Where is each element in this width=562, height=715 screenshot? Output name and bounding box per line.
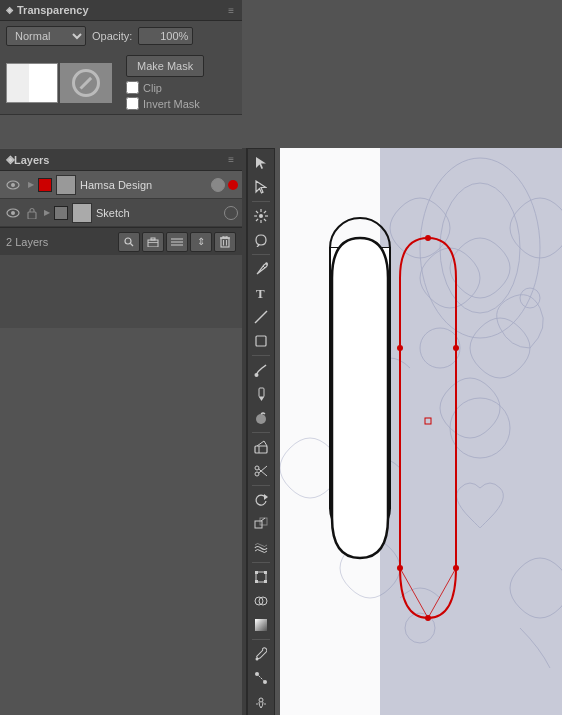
svg-rect-15 <box>223 236 227 238</box>
svg-rect-53 <box>255 619 267 631</box>
svg-point-59 <box>256 703 258 705</box>
gradient-tool-btn[interactable] <box>250 614 272 636</box>
svg-line-6 <box>131 243 134 246</box>
svg-point-26 <box>259 214 263 218</box>
blend-tool-btn[interactable] <box>250 667 272 689</box>
svg-point-38 <box>255 472 259 476</box>
layer-expand-sketch[interactable]: ▶ <box>40 206 54 220</box>
svg-point-39 <box>255 466 259 470</box>
mask-checkboxes: Clip Invert Mask <box>126 81 204 110</box>
opacity-input[interactable] <box>138 27 193 45</box>
svg-rect-13 <box>221 238 229 247</box>
layer-name-sketch: Sketch <box>96 207 222 219</box>
invert-mask-checkbox-label[interactable]: Invert Mask <box>126 97 204 110</box>
free-transform-btn[interactable] <box>250 566 272 588</box>
eyedropper-tool-btn[interactable] <box>250 643 272 665</box>
symbol-sprayer-btn[interactable] <box>250 691 272 713</box>
invert-mask-checkbox[interactable] <box>126 97 139 110</box>
layer-thumb-sketch <box>72 203 92 223</box>
svg-point-55 <box>255 672 259 676</box>
warp-tool-btn[interactable] <box>250 537 272 559</box>
blob-brush-btn[interactable] <box>250 407 272 429</box>
svg-point-60 <box>264 703 266 705</box>
layer-lock-sketch[interactable] <box>24 205 40 221</box>
layer-target-hamsa[interactable] <box>211 178 225 192</box>
svg-point-78 <box>453 345 459 351</box>
shape-builder-btn[interactable] <box>250 590 272 612</box>
type-tool-btn[interactable]: T <box>250 282 272 304</box>
svg-point-28 <box>265 262 267 264</box>
eraser-tool-btn[interactable] <box>250 436 272 458</box>
tool-divider-2 <box>252 254 270 255</box>
tool-divider-4 <box>252 432 270 433</box>
layers-footer: 2 Layers ⇕ <box>0 227 242 255</box>
svg-line-57 <box>259 676 264 681</box>
canvas-svg <box>280 148 562 715</box>
rotate-tool-btn[interactable] <box>250 489 272 511</box>
shape-tool-btn[interactable] <box>250 330 272 352</box>
layers-count: 2 Layers <box>6 236 116 248</box>
search-layers-btn[interactable] <box>118 232 140 252</box>
svg-point-79 <box>425 235 431 241</box>
svg-line-22 <box>256 211 258 213</box>
layer-visibility-hamsa[interactable] <box>4 176 22 194</box>
layer-row-hamsa[interactable]: ▶ Hamsa Design <box>0 171 242 199</box>
direct-selection-tool-btn[interactable] <box>250 176 272 198</box>
svg-text:T: T <box>256 286 265 300</box>
clip-checkbox-label[interactable]: Clip <box>126 81 204 94</box>
svg-point-58 <box>259 698 263 702</box>
transparency-controls: Normal Opacity: <box>0 21 242 51</box>
make-mask-button[interactable]: Make Mask <box>126 55 204 77</box>
canvas-area[interactable] <box>280 148 562 715</box>
transparency-mask-row: Make Mask Clip Invert Mask <box>0 51 242 114</box>
svg-rect-31 <box>256 336 266 346</box>
svg-line-27 <box>263 266 265 268</box>
layer-color-hamsa <box>38 178 52 192</box>
svg-marker-42 <box>264 494 268 500</box>
blend-mode-select[interactable]: Normal <box>6 26 86 46</box>
svg-point-54 <box>256 658 259 661</box>
opacity-label: Opacity: <box>92 30 132 42</box>
clip-checkbox[interactable] <box>126 81 139 94</box>
layers-collapse-btn[interactable]: ≡ <box>226 154 236 165</box>
mask-preview <box>6 63 112 103</box>
svg-point-5 <box>125 238 131 244</box>
layers-title: Layers <box>14 154 49 166</box>
new-layer-btn[interactable] <box>142 232 164 252</box>
svg-rect-48 <box>264 571 267 574</box>
lasso-tool-btn[interactable] <box>250 229 272 251</box>
scale-tool-btn[interactable] <box>250 513 272 535</box>
svg-marker-34 <box>259 397 264 401</box>
transparency-panel-icon: ◈ <box>6 5 13 15</box>
tool-divider-5 <box>252 485 270 486</box>
layer-row-sketch[interactable]: ▶ Sketch <box>0 199 242 227</box>
paintbrush-tool-btn[interactable] <box>250 359 272 381</box>
tool-divider-7 <box>252 639 270 640</box>
move-layer-btn[interactable]: ⇕ <box>190 232 212 252</box>
scissors-tool-btn[interactable] <box>250 460 272 482</box>
svg-rect-47 <box>255 571 258 574</box>
mask-thumb-white[interactable] <box>6 63 58 103</box>
layer-target-sketch[interactable] <box>224 206 238 220</box>
shape-left-path <box>332 238 388 558</box>
pen-tool-btn[interactable] <box>250 258 272 280</box>
tool-divider-3 <box>252 355 270 356</box>
magic-wand-btn[interactable] <box>250 205 272 227</box>
selection-tool-btn[interactable] <box>250 152 272 174</box>
delete-layer-btn[interactable] <box>214 232 236 252</box>
layer-expand-hamsa[interactable]: ▶ <box>24 178 38 192</box>
line-tool-btn[interactable] <box>250 306 272 328</box>
svg-rect-36 <box>255 446 267 453</box>
mask-options: Make Mask Clip Invert Mask <box>126 55 204 110</box>
layer-options-btn[interactable] <box>166 232 188 252</box>
layers-panel: ◈ Layers ≡ ▶ Hamsa Design ▶ Sketch 2 Lay… <box>0 148 242 328</box>
svg-rect-33 <box>259 388 264 397</box>
pencil-tool-btn[interactable] <box>250 383 272 405</box>
transparency-collapse-btn[interactable]: ≡ <box>226 5 236 16</box>
mask-thumb-blocked[interactable] <box>60 63 112 103</box>
layer-visibility-sketch[interactable] <box>4 204 22 222</box>
svg-point-1 <box>11 183 15 187</box>
transparency-title: Transparency <box>17 4 89 16</box>
svg-point-77 <box>397 345 403 351</box>
svg-line-30 <box>255 311 267 323</box>
